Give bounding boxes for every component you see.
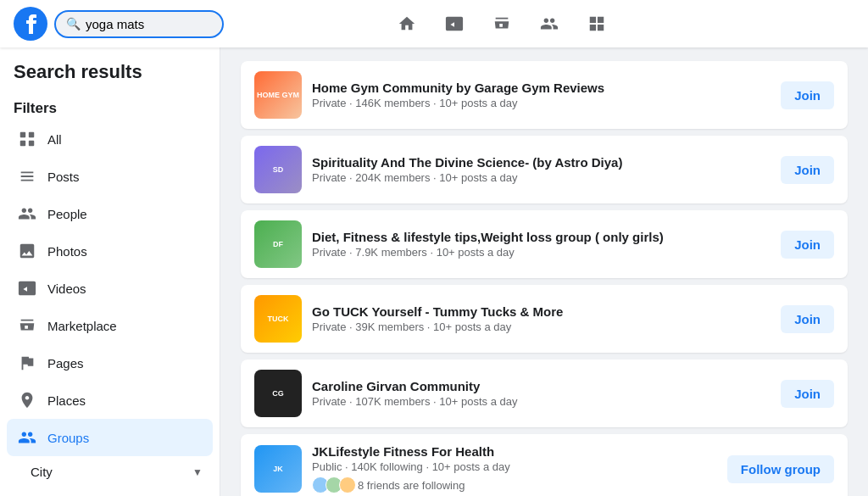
search-box[interactable]: 🔍 bbox=[54, 10, 224, 38]
sidebar-item-marketplace-label: Marketplace bbox=[47, 319, 117, 333]
friends-text: 8 friends are following bbox=[358, 479, 465, 492]
store-icon bbox=[492, 14, 511, 33]
group-info: Spirituality And The Divine Science- (by… bbox=[312, 155, 771, 184]
photos-icon bbox=[17, 241, 37, 261]
sidebar-item-groups[interactable]: Groups bbox=[7, 419, 213, 456]
filters-label: Filters bbox=[7, 93, 213, 120]
top-nav: 🔍 bbox=[0, 0, 868, 47]
groups-icon bbox=[17, 427, 37, 448]
group-name: Go TUCK Yourself - Tummy Tucks & More bbox=[312, 304, 771, 319]
group-name: JKLifestyle Fitness For Health bbox=[312, 444, 717, 459]
all-icon bbox=[17, 129, 37, 149]
group-meta: Private · 146K members · 10+ posts a day bbox=[312, 97, 771, 109]
video-filter-icon bbox=[17, 278, 37, 298]
sidebar-item-people-label: People bbox=[47, 207, 87, 221]
nav-menu-button[interactable] bbox=[576, 3, 617, 44]
pages-icon bbox=[17, 353, 37, 373]
group-meta: Private · 39K members · 10+ posts a day bbox=[312, 320, 771, 333]
sidebar-subitem-city[interactable]: City ▼ bbox=[20, 456, 213, 488]
group-thumbnail: DF bbox=[254, 220, 302, 268]
city-label: City bbox=[31, 465, 53, 479]
group-name: Spirituality And The Divine Science- (by… bbox=[312, 155, 771, 170]
nav-left: 🔍 bbox=[14, 7, 234, 41]
sidebar-item-posts-label: Posts bbox=[47, 170, 80, 184]
main-layout: Search results Filters All Posts bbox=[0, 47, 868, 496]
sidebar-item-groups-label: Groups bbox=[47, 431, 89, 445]
svg-rect-3 bbox=[20, 141, 25, 146]
nav-video-button[interactable] bbox=[434, 3, 475, 44]
group-info: Go TUCK Yourself - Tummy Tucks & More Pr… bbox=[312, 304, 771, 333]
join-group-button[interactable]: Join bbox=[781, 156, 834, 184]
group-meta: Public · 140K following · 10+ posts a da… bbox=[312, 460, 717, 473]
sidebar-item-photos[interactable]: Photos bbox=[7, 232, 213, 270]
svg-rect-1 bbox=[20, 132, 25, 137]
sidebar-item-videos[interactable]: Videos bbox=[7, 270, 213, 307]
group-name: Diet, Fitness & lifestyle tips,Weight lo… bbox=[312, 230, 771, 244]
join-group-button[interactable]: Join bbox=[781, 305, 834, 333]
group-card: HOME GYM Home Gym Community by Garage Gy… bbox=[241, 61, 848, 129]
group-meta: Private · 7.9K members · 10+ posts a day bbox=[312, 246, 771, 259]
sidebar-subitem-public-groups[interactable]: Public Groups bbox=[20, 488, 213, 496]
nav-home-button[interactable] bbox=[387, 3, 427, 44]
group-friends: 8 friends are following bbox=[312, 476, 717, 493]
group-thumbnail: JK bbox=[254, 445, 302, 493]
join-group-button[interactable]: Join bbox=[781, 231, 834, 259]
nav-store-button[interactable] bbox=[481, 3, 522, 44]
group-info: Caroline Girvan Community Private · 107K… bbox=[312, 379, 771, 408]
home-icon bbox=[398, 14, 416, 33]
group-thumbnail: SD bbox=[254, 146, 302, 193]
places-icon bbox=[17, 390, 37, 410]
join-group-button[interactable]: Join bbox=[781, 81, 834, 109]
sidebar-sub: City ▼ Public Groups My Groups bbox=[7, 456, 213, 496]
svg-rect-2 bbox=[29, 132, 34, 137]
video-icon bbox=[445, 14, 464, 33]
sidebar-item-marketplace[interactable]: Marketplace bbox=[7, 307, 213, 344]
group-name: Home Gym Community by Garage Gym Reviews bbox=[312, 81, 771, 95]
group-card: TUCK Go TUCK Yourself - Tummy Tucks & Mo… bbox=[241, 285, 848, 353]
sidebar-item-places-label: Places bbox=[47, 393, 86, 408]
group-info: JKLifestyle Fitness For Health Public · … bbox=[312, 444, 717, 493]
group-info: Diet, Fitness & lifestyle tips,Weight lo… bbox=[312, 230, 771, 259]
sidebar-item-posts[interactable]: Posts bbox=[7, 158, 213, 195]
marketplace-icon bbox=[17, 315, 37, 336]
nav-center bbox=[234, 3, 770, 44]
group-info: Home Gym Community by Garage Gym Reviews… bbox=[312, 81, 771, 109]
group-thumbnail: HOME GYM bbox=[254, 71, 302, 119]
friend-avatar bbox=[339, 476, 356, 493]
friends-icon bbox=[540, 14, 559, 33]
content-area: HOME GYM Home Gym Community by Garage Gy… bbox=[220, 47, 868, 496]
chevron-down-icon: ▼ bbox=[192, 466, 203, 478]
sidebar-item-pages-label: Pages bbox=[47, 356, 84, 371]
nav-friends-button[interactable] bbox=[529, 3, 570, 44]
facebook-logo-icon bbox=[14, 7, 47, 41]
sidebar: Search results Filters All Posts bbox=[0, 47, 220, 496]
sidebar-item-places[interactable]: Places bbox=[7, 382, 213, 419]
sidebar-item-videos-label: Videos bbox=[47, 281, 86, 296]
follow-group-button[interactable]: Follow group bbox=[727, 455, 834, 483]
group-card: CG Caroline Girvan Community Private · 1… bbox=[241, 359, 848, 427]
people-icon bbox=[17, 203, 37, 224]
svg-rect-4 bbox=[29, 141, 34, 146]
friend-avatars bbox=[312, 476, 353, 493]
sidebar-item-photos-label: Photos bbox=[47, 244, 87, 259]
posts-icon bbox=[17, 166, 37, 187]
groups-list: HOME GYM Home Gym Community by Garage Gy… bbox=[241, 61, 848, 496]
sidebar-title: Search results bbox=[7, 61, 213, 93]
group-thumbnail: TUCK bbox=[254, 295, 302, 343]
group-thumbnail: CG bbox=[254, 370, 302, 417]
group-meta: Private · 107K members · 10+ posts a day bbox=[312, 395, 771, 408]
sidebar-item-people[interactable]: People bbox=[7, 195, 213, 232]
search-icon: 🔍 bbox=[66, 17, 81, 31]
group-name: Caroline Girvan Community bbox=[312, 379, 771, 393]
group-card: SD Spirituality And The Divine Science- … bbox=[241, 136, 848, 203]
menu-icon bbox=[587, 14, 606, 33]
join-group-button[interactable]: Join bbox=[781, 380, 834, 408]
sidebar-item-all[interactable]: All bbox=[7, 120, 213, 158]
group-card: DF Diet, Fitness & lifestyle tips,Weight… bbox=[241, 210, 848, 278]
search-input[interactable] bbox=[86, 17, 212, 31]
sidebar-item-pages[interactable]: Pages bbox=[7, 344, 213, 382]
group-meta: Private · 204K members · 10+ posts a day bbox=[312, 171, 771, 184]
sidebar-item-all-label: All bbox=[47, 132, 62, 147]
group-card: JK JKLifestyle Fitness For Health Public… bbox=[241, 434, 848, 496]
